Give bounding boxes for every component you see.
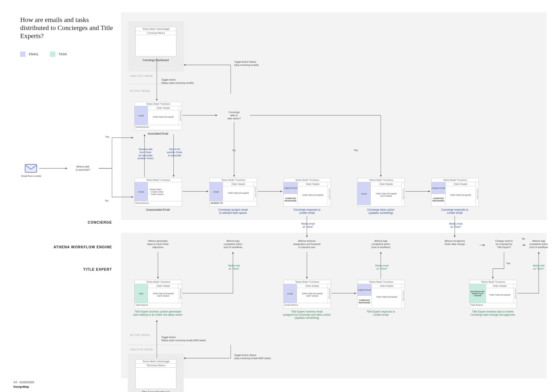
card-te-respond: "Active Mode" Functions Original Email C…: [357, 280, 405, 308]
lane-concierge: CONCIERGE: [67, 221, 112, 225]
annot-toggle-stop-emails: Toggle Active Status (stop receiving ema…: [234, 60, 292, 67]
caption-te-review: Title Expert receives task to review Con…: [460, 310, 525, 316]
caption-te-email-assigned: Title Expert receives email assigned by …: [274, 310, 339, 319]
card-te-review: "Active Mode" Functions BEFORE/AFTER ORD…: [469, 280, 517, 308]
annot-no-2: No: [232, 149, 236, 152]
footer-brand: DesignMap: [13, 385, 29, 388]
card-te-dashboard: "Active Mode" button/toggle Title Expert…: [136, 359, 176, 389]
legend: EMAIL TASK: [20, 51, 67, 57]
annot-marks-task-done-1: Marks task as "Done": [221, 264, 248, 270]
lane-engine: ATHENA WORKFLOW ENGINE: [36, 245, 112, 249]
annot-marks-task-done-2: Marks task as "Done": [525, 264, 552, 270]
card-assign: "Active Mode" Functions Email Order Head…: [210, 178, 257, 206]
annot-no-3: No: [522, 237, 525, 240]
card-unassociated-email: "Active Mode" Functions Email Empty Stat…: [134, 178, 182, 206]
annot-toggle-start-emails: Toggle Active Status (start receiving em…: [161, 78, 220, 85]
annot-engine-log2: Athena logs completed action (end of wor…: [357, 240, 404, 249]
lane-title-expert: TITLE EXPERT: [63, 267, 112, 272]
card-te-task: "Active Mode" Functions Task Order Heade…: [134, 280, 182, 308]
caption-respond2: Concierge responds to Lender email: [431, 208, 478, 215]
legend-swatch-task: [50, 51, 55, 57]
card-concierge-dashboard: "Active Mode" button/toggle Concierge Me…: [136, 27, 176, 56]
email-icon: [24, 163, 38, 173]
annot-athena-associate: Athena able to associate?: [70, 165, 96, 171]
card-take-action: "Active Mode" Functions Email Order Head…: [357, 178, 405, 206]
card-respond2: "Active Mode" Functions Original Email C…: [431, 178, 479, 206]
mode-active-bottom: ACTIVE MODE: [130, 333, 150, 336]
annot-marks-email-done-2: Marks email as "Done": [442, 222, 469, 229]
annot-toggle-stop-both: Toggle Active Status (stop receiving ema…: [234, 354, 310, 360]
caption-te-task: Title Expert receives system-generated t…: [124, 310, 191, 316]
card-te-email-assigned: "Active Mode" Functions Email Order Head…: [283, 280, 331, 308]
svg-rect-0: [25, 164, 37, 172]
annot-engine-forward: Athena receives assignation and forwards…: [277, 240, 337, 249]
legend-label-email: EMAIL: [29, 52, 39, 56]
annot-email-from-lender: Email from Lender: [19, 175, 44, 178]
mode-inactive-top: INACTIVE MODE: [130, 75, 153, 77]
caption-te-dashboard: Title Expert Dashboard: [136, 391, 176, 392]
caption-take-action: Concierge takes action (updates somethin…: [357, 208, 404, 215]
annot-engine-generate: Athena generates tasks to meet Order obj…: [134, 240, 181, 249]
caption-unassociated-email: Unassociated Email: [134, 208, 181, 211]
caption-respond1: Concierge responds to Lender email: [283, 208, 330, 215]
annot-no-1: No: [105, 199, 109, 202]
version-label: V2 - 01/03/2020: [13, 381, 34, 384]
annot-yes-3: Yes: [506, 262, 510, 265]
annot-marks-email-done-1: Marks email as "Done": [295, 222, 321, 229]
annot-disassociate: Disassociate from Order (to associate an…: [132, 148, 159, 160]
caption-te-respond: Title Expert responds to Lender email: [357, 310, 404, 316]
annot-toggle-start-both: Toggle Active Status (start receiving em…: [161, 336, 238, 342]
annot-engine-log3: Athena logs completed action (end of wor…: [525, 240, 552, 249]
page-title: How are emails and tasks distributed to …: [20, 16, 119, 40]
card-associated-email: "Active Mode" Functions Email Order Head…: [134, 102, 182, 130]
caption-assign: Concierge assigns email to relevant team…: [210, 208, 257, 215]
legend-label-task: TASK: [59, 52, 67, 56]
card-metrics: Concierge Metrics: [136, 31, 176, 35]
annot-concierge-action-q: Concierge able to take action?: [218, 111, 250, 120]
annot-search-another: Search for another Order to associate: [161, 148, 188, 157]
annot-yes-1: Yes: [105, 136, 109, 138]
annot-engine-log1: Athena logs completed action (end of wor…: [210, 240, 257, 249]
annot-marks-email-done-3: Marks email as "Done": [369, 264, 395, 270]
mode-active-top: ACTIVE MODE: [130, 89, 150, 92]
te-bottom-band: [121, 345, 547, 378]
card-top: "Active Mode" button/toggle: [136, 27, 176, 31]
annot-engine-recognize: Athena recognizes Order data change: [431, 240, 478, 246]
card-respond1: "Active Mode" Functions Original Email C…: [283, 178, 331, 206]
legend-swatch-email: [20, 51, 26, 57]
annot-review-q: Change need to be reviewed by Title Expe…: [486, 240, 522, 249]
mode-inactive-bottom: INACTIVE MODE: [130, 348, 153, 351]
caption-associated-email: Associated Email: [134, 132, 181, 135]
diagram-canvas: How are emails and tasks distributed to …: [0, 0, 560, 392]
annot-yes-2: Yes: [354, 149, 358, 152]
caption-concierge-dashboard: Concierge Dashboard: [136, 59, 176, 62]
